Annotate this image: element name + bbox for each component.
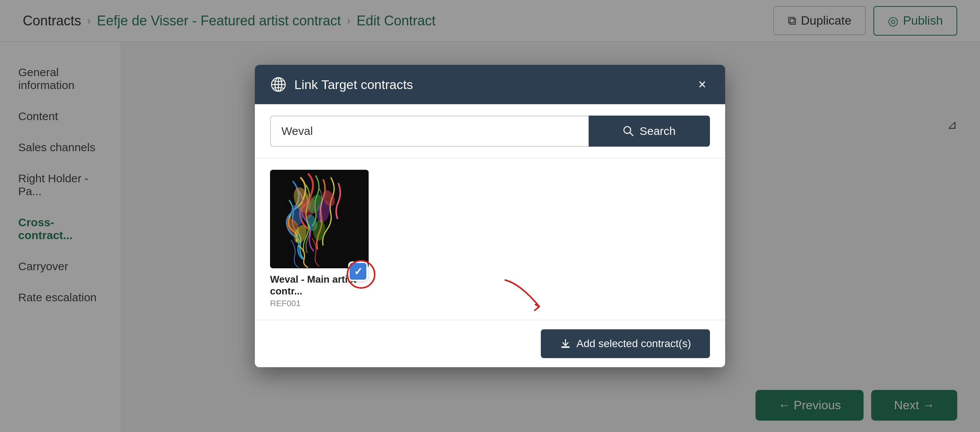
modal-globe-icon [270,76,287,93]
add-selected-label: Add selected contract(s) [576,338,691,350]
download-icon [560,338,571,349]
search-button-label: Search [640,125,675,138]
modal-title: Link Target contracts [294,77,687,92]
result-card-weval[interactable]: Weval - Main artist contr... REF001 [270,170,369,308]
search-input[interactable] [270,116,589,147]
selection-checkbox[interactable] [348,262,368,281]
result-card-ref: REF001 [270,299,369,308]
annotation-arrow [490,276,558,322]
modal-close-button[interactable]: × [694,76,710,93]
search-button[interactable]: Search [589,116,710,147]
link-target-modal: Link Target contracts × Search [255,65,725,367]
modal-footer: Add selected contract(s) [255,320,725,367]
modal-search-area: Search [255,104,725,159]
svg-line-5 [630,133,633,136]
add-selected-button[interactable]: Add selected contract(s) [541,329,710,358]
result-card-image [270,170,369,268]
modal-results: Weval - Main artist contr... REF001 [255,159,725,320]
svg-rect-17 [561,346,570,348]
modal-header: Link Target contracts × [255,65,725,104]
search-icon [623,125,634,137]
